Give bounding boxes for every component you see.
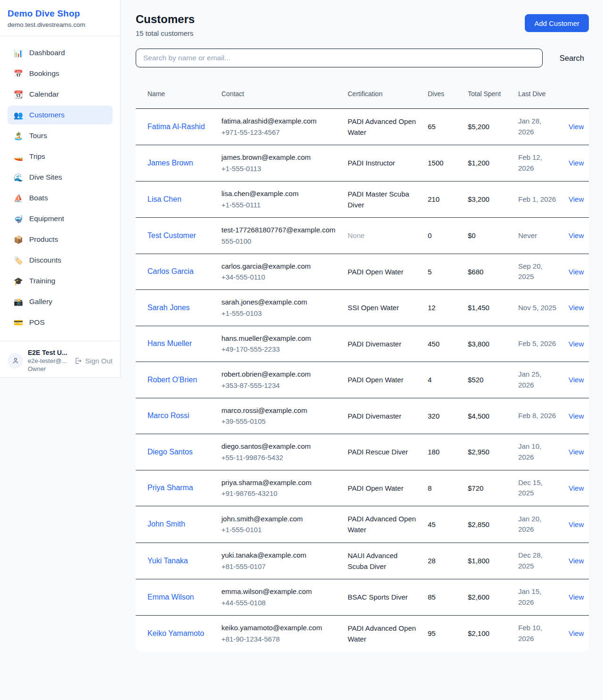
view-link[interactable]: View xyxy=(569,629,584,637)
table-row: Robert O'Brien robert.obrien@example.com… xyxy=(136,362,589,398)
diving-mask-icon: 🤿 xyxy=(14,214,23,223)
sidebar-item-boats[interactable]: ⛵ Boats xyxy=(8,189,113,207)
sidebar-item-pos[interactable]: 💳 POS xyxy=(8,313,113,332)
sign-out-button[interactable]: Sign Out xyxy=(74,357,113,365)
customer-phone: +91-98765-43210 xyxy=(221,488,336,499)
shop-domain: demo.test.divestreams.com xyxy=(8,21,113,28)
customer-total-spent: $2,850 xyxy=(462,506,513,543)
view-link[interactable]: View xyxy=(569,195,584,203)
user-name: E2E Test U... xyxy=(28,349,69,356)
customer-total-spent: $720 xyxy=(462,470,513,506)
customer-phone: +81-90-1234-5678 xyxy=(221,634,336,644)
customer-last-dive: Feb 1, 2026 xyxy=(518,195,556,203)
customer-last-dive: Feb 8, 2026 xyxy=(518,412,556,420)
search-button[interactable]: Search xyxy=(555,51,589,66)
view-link[interactable]: View xyxy=(569,448,584,456)
customer-email: test-1772681807767@example.com xyxy=(221,225,336,235)
customer-phone: +34-555-0110 xyxy=(221,272,336,282)
customer-name-link[interactable]: John Smith xyxy=(147,519,185,530)
sidebar-item-label: POS xyxy=(29,318,45,327)
customer-dives: 4 xyxy=(422,362,462,398)
view-link[interactable]: View xyxy=(569,304,584,312)
customer-total-spent: $1,800 xyxy=(462,543,513,579)
customer-name-link[interactable]: Carlos Garcia xyxy=(147,266,194,277)
customer-email: diego.santos@example.com xyxy=(221,441,336,452)
sidebar-item-training[interactable]: 🎓 Training xyxy=(8,272,113,290)
sign-out-label: Sign Out xyxy=(85,357,113,365)
customer-name-link[interactable]: Fatima Al-Rashid xyxy=(147,121,205,132)
view-link[interactable]: View xyxy=(569,484,584,492)
sidebar-item-discounts[interactable]: 🏷️ Discounts xyxy=(8,251,113,270)
table-row: Fatima Al-Rashid fatima.alrashid@example… xyxy=(136,108,589,145)
customer-certification: PADI Instructor xyxy=(348,159,395,167)
sidebar-item-label: Dashboard xyxy=(29,49,65,57)
column-header-dives: Dives xyxy=(422,80,462,108)
customer-certification: None xyxy=(348,231,365,239)
sidebar-item-gallery[interactable]: 📸 Gallery xyxy=(8,292,113,311)
table-row: Carlos Garcia carlos.garcia@example.com … xyxy=(136,254,589,290)
customer-email: marco.rossi@example.com xyxy=(221,405,336,416)
view-link[interactable]: View xyxy=(569,123,584,131)
customer-name-link[interactable]: Robert O'Brien xyxy=(147,374,197,386)
customer-name-link[interactable]: Emma Wilson xyxy=(147,592,194,603)
customer-name-link[interactable]: Hans Mueller xyxy=(147,338,192,349)
customer-name-link[interactable]: Priya Sharma xyxy=(147,482,193,494)
view-link[interactable]: View xyxy=(569,376,584,384)
view-link[interactable]: View xyxy=(569,520,584,528)
calendar-date-icon: 📅 xyxy=(14,69,23,78)
customer-certification: PADI Advanced Open Water xyxy=(348,624,416,643)
table-row: Diego Santos diego.santos@example.com +5… xyxy=(136,434,589,470)
bar-chart-icon: 📊 xyxy=(14,49,23,58)
sidebar-item-calendar[interactable]: 📆 Calendar xyxy=(8,85,113,104)
sidebar-item-label: Tours xyxy=(29,132,47,140)
sidebar-item-customers[interactable]: 👥 Customers xyxy=(8,106,113,124)
view-link[interactable]: View xyxy=(569,231,584,239)
customer-dives: 8 xyxy=(422,470,462,506)
customer-certification: PADI Open Water xyxy=(348,268,403,276)
customer-name-link[interactable]: James Brown xyxy=(147,157,193,169)
customer-name-link[interactable]: Test Customer xyxy=(147,230,196,241)
sidebar-item-bookings[interactable]: 📅 Bookings xyxy=(8,64,113,83)
main-content: Customers 15 total customers Add Custome… xyxy=(121,0,603,666)
customer-total-spent: $1,450 xyxy=(462,290,513,326)
customer-phone: +1-555-0111 xyxy=(221,200,336,210)
sailboat-icon: ⛵ xyxy=(14,194,23,203)
customer-total-spent: $680 xyxy=(462,254,513,290)
sidebar-item-label: Gallery xyxy=(29,297,52,306)
user-email: e2e-tester@... xyxy=(28,357,69,364)
view-link[interactable]: View xyxy=(569,412,584,420)
customer-phone: +55-11-99876-5432 xyxy=(221,453,336,463)
customer-name-link[interactable]: Yuki Tanaka xyxy=(147,555,188,567)
sidebar-item-dashboard[interactable]: 📊 Dashboard xyxy=(8,43,113,62)
customer-name-link[interactable]: Keiko Yamamoto xyxy=(147,628,204,639)
view-link[interactable]: View xyxy=(569,593,584,601)
sidebar-item-dive-sites[interactable]: 🌊 Dive Sites xyxy=(8,168,113,187)
customer-name-link[interactable]: Marco Rossi xyxy=(147,410,189,421)
customer-certification: SSI Open Water xyxy=(348,304,399,312)
customer-name-link[interactable]: Sarah Jones xyxy=(147,302,190,313)
customer-email: priya.sharma@example.com xyxy=(221,478,336,488)
table-header-row: NameContactCertificationDivesTotal Spent… xyxy=(136,80,589,108)
sidebar-item-label: Dive Sites xyxy=(29,173,62,181)
sidebar-item-products[interactable]: 📦 Products xyxy=(8,230,113,249)
sidebar-item-label: Products xyxy=(29,235,58,244)
camera-icon: 📸 xyxy=(14,297,23,306)
view-link[interactable]: View xyxy=(569,557,584,565)
customer-dives: 5 xyxy=(422,254,462,290)
view-link[interactable]: View xyxy=(569,340,584,348)
customer-email: sarah.jones@example.com xyxy=(221,297,336,307)
view-link[interactable]: View xyxy=(569,268,584,276)
view-link[interactable]: View xyxy=(569,159,584,167)
search-input[interactable] xyxy=(136,49,543,67)
customer-name-link[interactable]: Lisa Chen xyxy=(147,194,181,205)
customer-name-link[interactable]: Diego Santos xyxy=(147,446,193,458)
sidebar-item-tours[interactable]: 🏝️ Tours xyxy=(8,126,113,145)
sidebar-item-trips[interactable]: 🚤 Trips xyxy=(8,147,113,166)
customer-phone: +44-555-0108 xyxy=(221,598,336,608)
customer-email: hans.mueller@example.com xyxy=(221,333,336,344)
user-meta: E2E Test U... e2e-tester@... Owner xyxy=(28,349,69,372)
customer-phone: +49-170-555-2233 xyxy=(221,344,336,354)
sidebar-item-equipment[interactable]: 🤿 Equipment xyxy=(8,209,113,228)
column-header-actions xyxy=(563,80,589,108)
add-customer-button[interactable]: Add Customer xyxy=(525,14,589,32)
